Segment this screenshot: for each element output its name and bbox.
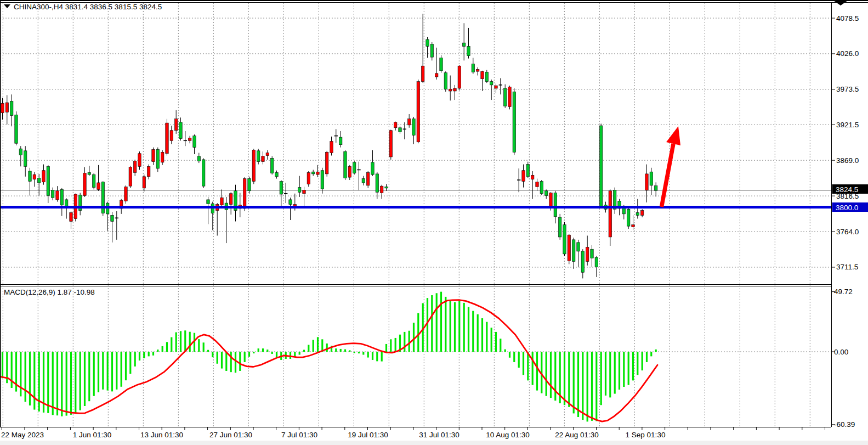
- macd-histogram-bar: [632, 352, 634, 380]
- macd-histogram-bar: [609, 352, 611, 397]
- candle-up: [453, 88, 456, 91]
- macd-histogram-bar: [468, 307, 469, 352]
- macd-histogram-bar: [61, 352, 63, 416]
- candle-down: [275, 172, 278, 176]
- candle-down: [271, 158, 274, 173]
- candle-down: [467, 46, 470, 55]
- candle-up: [147, 166, 150, 177]
- candle-down: [202, 160, 205, 186]
- macd-histogram-bar: [650, 352, 652, 356]
- candle-up: [641, 211, 644, 216]
- candle-down: [156, 149, 159, 168]
- bottom-strip: [0, 441, 868, 445]
- macd-histogram-bar: [217, 352, 218, 364]
- candle-down: [312, 172, 315, 174]
- candle-up: [166, 123, 168, 154]
- macd-histogram-bar: [500, 339, 501, 352]
- time-axis-label: 13 Jun 01:30: [140, 431, 183, 439]
- candle-down: [298, 188, 301, 193]
- candle-up: [367, 172, 370, 185]
- macd-histogram-bar: [52, 352, 54, 415]
- macd-histogram-bar: [290, 352, 291, 359]
- macd-histogram-bar: [390, 339, 392, 352]
- macd-histogram-bar: [88, 352, 90, 401]
- candle-down: [526, 165, 529, 177]
- macd-histogram-bar: [308, 345, 309, 352]
- candle-down: [339, 137, 342, 145]
- macd-histogram-bar: [582, 352, 583, 420]
- macd-histogram-bar: [317, 337, 319, 352]
- macd-histogram-bar: [564, 352, 565, 405]
- macd-histogram-bar: [440, 292, 442, 352]
- candle-down: [353, 162, 356, 173]
- candle-up: [389, 131, 392, 157]
- candle-down: [399, 128, 401, 132]
- candle-down: [362, 179, 365, 183]
- candle-up: [549, 193, 552, 208]
- macd-histogram-bar: [344, 350, 346, 352]
- candle-down: [440, 58, 442, 71]
- macd-histogram-bar: [417, 313, 419, 352]
- macd-histogram-bar: [244, 352, 246, 362]
- candle-up: [476, 69, 479, 71]
- candle-up: [1, 103, 4, 112]
- macd-histogram-bar: [486, 322, 487, 352]
- macd-histogram-bar: [171, 337, 172, 352]
- candle-up: [394, 122, 397, 128]
- candle-down: [554, 193, 557, 217]
- candle-down: [426, 40, 429, 46]
- candle-up: [152, 149, 155, 161]
- macd-histogram-bar: [532, 352, 534, 385]
- candle-up: [381, 186, 383, 193]
- price-axis-label: 3973.5: [836, 85, 859, 93]
- macd-histogram-bar: [20, 352, 21, 396]
- candle-down: [563, 225, 566, 254]
- macd-histogram-bar: [166, 342, 168, 352]
- macd-histogram-bar: [605, 352, 606, 396]
- time-axis-label: 1 Sep 01:30: [626, 431, 666, 439]
- candle-down: [376, 174, 378, 192]
- macd-histogram-bar: [203, 342, 205, 352]
- candle-down: [490, 82, 493, 85]
- macd-label: MACD(12,26,9) 1.87 -10.98: [4, 288, 95, 296]
- macd-histogram-bar: [614, 352, 616, 394]
- macd-histogram-bar: [230, 352, 232, 372]
- time-axis-label: 7 Jul 01:30: [281, 431, 317, 439]
- macd-histogram-bar: [180, 331, 181, 352]
- chart-canvas[interactable]: CHINA300-,H4 3831.4 3836.5 3815.5 3824.5…: [0, 0, 868, 445]
- candle-up: [56, 191, 59, 200]
- candle-up: [170, 131, 173, 141]
- macd-histogram-bar: [139, 352, 140, 360]
- candle-down: [385, 187, 388, 188]
- candle-down: [636, 212, 639, 215]
- macd-histogram-bar: [107, 352, 109, 391]
- candle-down: [38, 178, 41, 183]
- candle-down: [595, 257, 598, 267]
- candle-up: [316, 172, 319, 174]
- candle-down: [591, 249, 593, 258]
- macd-histogram-bar: [404, 332, 405, 352]
- time-axis-label: 10 Aug 01:30: [486, 431, 530, 439]
- macd-histogram-bar: [554, 352, 556, 401]
- candle-up: [522, 171, 525, 182]
- macd-histogram-bar: [413, 323, 415, 352]
- candle-down: [559, 217, 561, 237]
- macd-histogram-bar: [11, 352, 13, 388]
- macd-histogram-bar: [595, 352, 597, 421]
- macd-histogram-bar: [358, 352, 360, 353]
- candle-up: [307, 172, 310, 184]
- candle-up: [632, 225, 634, 227]
- macd-histogram-bar: [409, 331, 410, 352]
- candle-up: [435, 74, 438, 77]
- macd-histogram-bar: [29, 352, 31, 405]
- candle-up: [134, 161, 137, 172]
- candle-up: [645, 174, 648, 190]
- candle-down: [655, 186, 657, 191]
- candle-down: [88, 172, 90, 174]
- candle-down: [29, 171, 31, 182]
- macd-histogram-bar: [600, 352, 602, 405]
- current-price-badge: 3824.5: [832, 184, 868, 194]
- macd-histogram-bar: [2, 352, 3, 378]
- macd-histogram-bar: [472, 311, 474, 352]
- candle-up: [138, 154, 141, 167]
